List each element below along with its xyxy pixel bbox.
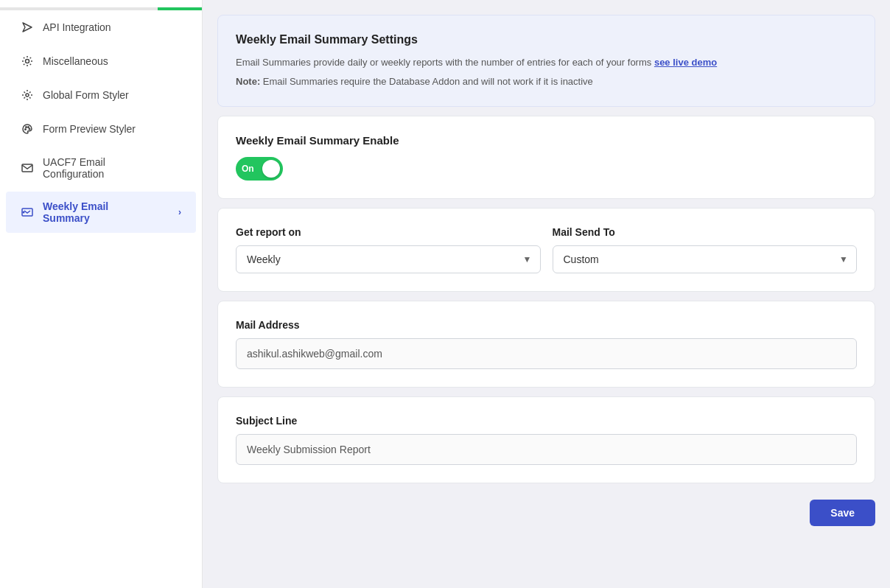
info-card-description: Email Summaries provide daily or weekly … bbox=[236, 55, 857, 70]
sidebar-item-api-integration[interactable]: API Integration bbox=[6, 12, 196, 43]
subject-line-card: Subject Line bbox=[217, 396, 875, 483]
toggle-section-title: Weekly Email Summary Enable bbox=[236, 134, 857, 147]
svg-point-0 bbox=[26, 60, 29, 63]
toggle-label: On bbox=[242, 164, 254, 174]
report-mail-grid: Get report on Daily Weekly Monthly ▼ Mai… bbox=[236, 226, 857, 273]
mail-address-card: Mail Address bbox=[217, 301, 875, 388]
toggle-switch[interactable]: On bbox=[236, 157, 283, 181]
get-report-label: Get report on bbox=[236, 226, 541, 238]
info-card-link[interactable]: see live demo bbox=[654, 57, 717, 68]
toggle-wrapper: On bbox=[236, 157, 857, 181]
svg-point-8 bbox=[23, 211, 25, 214]
sidebar: API Integration Miscellaneous Global For… bbox=[0, 0, 203, 588]
sidebar-item-global-form-styler[interactable]: Global Form Styler bbox=[6, 80, 196, 111]
mail-address-input[interactable] bbox=[236, 338, 857, 369]
sidebar-item-miscellaneous[interactable]: Miscellaneous bbox=[6, 46, 196, 77]
svg-point-4 bbox=[28, 127, 29, 128]
mail-send-select-wrapper: Admin Custom ▼ bbox=[553, 245, 858, 273]
top-bar bbox=[0, 7, 202, 10]
mail-address-label: Mail Address bbox=[236, 319, 857, 331]
subject-line-input[interactable] bbox=[236, 434, 857, 465]
svg-point-3 bbox=[26, 127, 27, 128]
info-card-desc-text: Email Summaries provide daily or weekly … bbox=[236, 57, 651, 68]
email-icon bbox=[21, 161, 34, 175]
gear-icon bbox=[21, 88, 34, 102]
sidebar-item-miscellaneous-label: Miscellaneous bbox=[43, 55, 108, 67]
svg-point-1 bbox=[26, 94, 29, 97]
palette-icon bbox=[21, 122, 34, 136]
note-prefix: Note: bbox=[236, 76, 260, 87]
svg-point-5 bbox=[29, 128, 30, 130]
info-card-note: Note: Email Summaries require the Databa… bbox=[236, 74, 857, 89]
report-mail-card: Get report on Daily Weekly Monthly ▼ Mai… bbox=[217, 208, 875, 292]
sidebar-item-uacf7-email-config[interactable]: UACF7 EmailConfiguration bbox=[6, 147, 196, 189]
main-content: Weekly Email Summary Settings Email Summ… bbox=[203, 0, 890, 588]
sidebar-item-uacf7-email-config-label: UACF7 EmailConfiguration bbox=[43, 156, 105, 180]
note-text: Email Summaries require the Database Add… bbox=[260, 76, 593, 87]
sidebar-item-form-preview-styler-label: Form Preview Styler bbox=[43, 123, 136, 135]
sidebar-item-form-preview-styler[interactable]: Form Preview Styler bbox=[6, 113, 196, 144]
sidebar-item-weekly-email-summary-label: Weekly EmailSummary bbox=[43, 200, 108, 224]
settings-icon bbox=[21, 55, 34, 68]
mail-send-select[interactable]: Admin Custom bbox=[553, 245, 858, 273]
sidebar-item-api-integration-label: API Integration bbox=[43, 21, 111, 33]
get-report-select[interactable]: Daily Weekly Monthly bbox=[236, 245, 541, 273]
get-report-select-wrapper: Daily Weekly Monthly ▼ bbox=[236, 245, 541, 273]
mail-send-field: Mail Send To Admin Custom ▼ bbox=[553, 226, 858, 273]
top-bar-progress bbox=[158, 7, 202, 10]
sidebar-item-global-form-styler-label: Global Form Styler bbox=[43, 89, 129, 101]
subject-line-label: Subject Line bbox=[236, 415, 857, 427]
info-card: Weekly Email Summary Settings Email Summ… bbox=[217, 15, 875, 107]
save-area: Save bbox=[217, 492, 875, 533]
get-report-field: Get report on Daily Weekly Monthly ▼ bbox=[236, 226, 541, 273]
svg-point-2 bbox=[25, 129, 27, 130]
sidebar-item-weekly-email-summary[interactable]: Weekly EmailSummary › bbox=[6, 192, 196, 233]
chevron-right-icon: › bbox=[178, 207, 181, 217]
envelope-icon bbox=[21, 206, 34, 219]
svg-rect-6 bbox=[22, 164, 32, 172]
send-icon bbox=[21, 21, 34, 34]
toggle-knob bbox=[262, 160, 280, 178]
info-card-title: Weekly Email Summary Settings bbox=[236, 33, 857, 46]
toggle-section: Weekly Email Summary Enable On bbox=[217, 116, 875, 199]
save-button[interactable]: Save bbox=[810, 500, 875, 526]
mail-send-label: Mail Send To bbox=[553, 226, 858, 238]
